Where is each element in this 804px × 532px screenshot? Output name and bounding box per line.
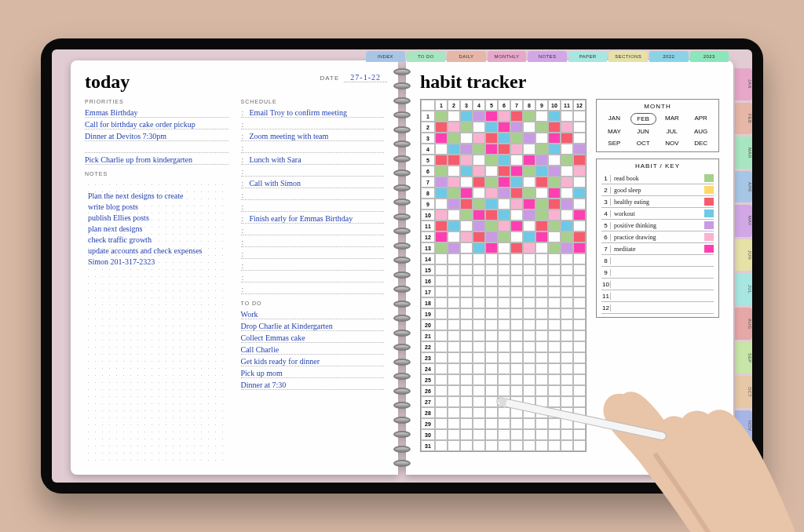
habit-cell[interactable]	[460, 133, 473, 144]
habit-cell[interactable]	[548, 330, 561, 341]
habit-cell[interactable]	[561, 253, 573, 264]
habit-cell[interactable]	[473, 308, 485, 319]
habit-cell[interactable]	[573, 385, 586, 396]
habit-cell[interactable]	[448, 418, 460, 429]
habit-cell[interactable]	[460, 319, 473, 330]
habit-cell[interactable]	[535, 308, 548, 319]
habit-cell[interactable]	[523, 319, 535, 330]
todo-item[interactable]: Call Charlie	[241, 343, 385, 355]
habit-cell[interactable]	[523, 363, 535, 374]
top-tab[interactable]: PAPER	[568, 51, 608, 62]
habit-cell[interactable]	[473, 111, 485, 122]
habit-cell[interactable]	[448, 319, 460, 330]
habit-cell[interactable]	[435, 220, 448, 231]
habit-cell[interactable]	[523, 297, 535, 308]
month-option[interactable]: AUG	[688, 126, 714, 137]
habit-cell[interactable]	[448, 166, 460, 177]
habit-cell[interactable]	[523, 440, 535, 451]
habit-cell[interactable]	[548, 385, 561, 396]
habit-key-row[interactable]: 11	[601, 290, 714, 302]
habit-cell[interactable]	[460, 418, 473, 429]
month-option[interactable]: MAY	[601, 126, 627, 137]
habit-cell[interactable]	[448, 199, 460, 210]
habit-cell[interactable]	[473, 188, 485, 199]
habit-cell[interactable]	[448, 407, 460, 418]
habit-cell[interactable]	[548, 253, 561, 264]
habit-cell[interactable]	[448, 374, 460, 385]
habit-cell[interactable]	[573, 188, 586, 199]
habit-cell[interactable]	[498, 275, 510, 286]
habit-cell[interactable]	[548, 407, 561, 418]
side-tab[interactable]: AUG	[735, 308, 752, 340]
habit-cell[interactable]	[573, 253, 586, 264]
habit-cell[interactable]	[448, 111, 460, 122]
habit-cell[interactable]	[561, 385, 573, 396]
habit-cell[interactable]	[435, 297, 448, 308]
habit-cell[interactable]	[435, 407, 448, 418]
habit-key-row[interactable]: 7meditate	[601, 243, 714, 255]
month-option[interactable]: JAN	[601, 113, 627, 125]
habit-cell[interactable]	[523, 166, 535, 177]
habit-cell[interactable]	[498, 341, 510, 352]
habit-cell[interactable]	[535, 264, 548, 275]
habit-cell[interactable]	[573, 177, 586, 188]
habit-cell[interactable]	[523, 253, 535, 264]
schedule-item[interactable]: :Lunch with Sara	[241, 153, 385, 165]
habit-cell[interactable]	[523, 352, 535, 363]
habit-cell[interactable]	[573, 297, 586, 308]
habit-cell[interactable]	[435, 155, 448, 166]
habit-cell[interactable]	[485, 440, 498, 451]
habit-cell[interactable]	[473, 341, 485, 352]
habit-cell[interactable]	[485, 330, 498, 341]
habit-cell[interactable]	[473, 385, 485, 396]
habit-cell[interactable]	[573, 264, 586, 275]
habit-cell[interactable]	[498, 155, 510, 166]
habit-cell[interactable]	[523, 133, 535, 144]
habit-cell[interactable]	[460, 253, 473, 264]
habit-cell[interactable]	[473, 155, 485, 166]
habit-cell[interactable]	[448, 286, 460, 297]
schedule-item[interactable]: :Email Troy to confirm meeting	[241, 106, 385, 118]
habit-cell[interactable]	[485, 396, 498, 407]
habit-cell[interactable]	[473, 429, 485, 440]
habit-cell[interactable]	[548, 111, 561, 122]
habit-cell[interactable]	[485, 122, 498, 133]
habit-cell[interactable]	[535, 144, 548, 155]
habit-cell[interactable]	[448, 210, 460, 220]
habit-cell[interactable]	[523, 199, 535, 210]
habit-cell[interactable]	[510, 418, 523, 429]
side-tab[interactable]: OCT	[735, 376, 752, 408]
habit-cell[interactable]	[485, 111, 498, 122]
habit-cell[interactable]	[473, 177, 485, 188]
habit-cell[interactable]	[473, 210, 485, 220]
habit-cell[interactable]	[435, 166, 448, 177]
habit-cell[interactable]	[485, 133, 498, 144]
habit-cell[interactable]	[473, 363, 485, 374]
habit-cell[interactable]	[460, 286, 473, 297]
priorities-list[interactable]: Emmas BirthdayCall for birthday cake ord…	[85, 106, 228, 165]
habit-cell[interactable]	[448, 330, 460, 341]
habit-cell[interactable]	[523, 144, 535, 155]
habit-cell[interactable]	[561, 111, 573, 122]
month-option[interactable]: JUN	[630, 126, 656, 137]
habit-cell[interactable]	[498, 210, 510, 220]
habit-cell[interactable]	[460, 275, 473, 286]
habit-cell[interactable]	[548, 166, 561, 177]
habit-cell[interactable]	[573, 231, 586, 242]
habit-key-row[interactable]: 6practice drawing	[601, 231, 714, 243]
habit-cell[interactable]	[523, 111, 535, 122]
habit-cell[interactable]	[510, 253, 523, 264]
habit-cell[interactable]	[535, 231, 548, 242]
habit-cell[interactable]	[485, 418, 498, 429]
top-tab[interactable]: TO DO	[407, 51, 446, 62]
priority-item[interactable]: Dinner at Devitos 7:30pm	[85, 129, 228, 141]
habit-cell[interactable]	[435, 231, 448, 242]
habit-cell[interactable]	[448, 144, 460, 155]
habit-cell[interactable]	[561, 155, 573, 166]
habit-cell[interactable]	[573, 308, 586, 319]
habit-cell[interactable]	[435, 374, 448, 385]
habit-cell[interactable]	[561, 166, 573, 177]
habit-cell[interactable]	[523, 308, 535, 319]
habit-cell[interactable]	[485, 374, 498, 385]
habit-cell[interactable]	[535, 111, 548, 122]
